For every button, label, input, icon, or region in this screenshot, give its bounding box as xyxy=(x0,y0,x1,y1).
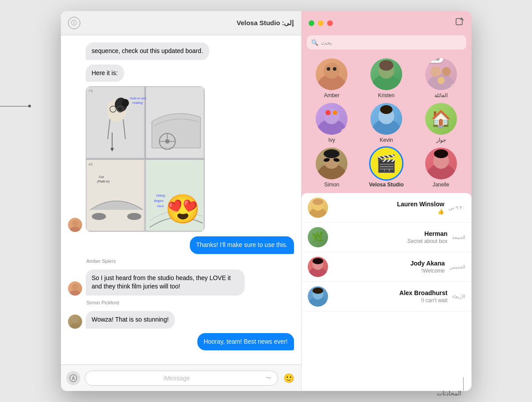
sender-name: Amber Spiers xyxy=(68,258,294,264)
svg-point-47 xyxy=(333,67,336,71)
message-row: Thanks! I'll make sure to use this. xyxy=(68,236,294,254)
avatar xyxy=(68,315,82,329)
avatar-janelle xyxy=(425,148,457,179)
svg-point-27 xyxy=(92,213,106,220)
avatar-amber xyxy=(316,58,347,90)
conversation-list: ٩:٣٠ ص Lauren Winslow 👍 الجمعة Herman Se… xyxy=(302,193,472,391)
conversation-jody[interactable]: الخميس Jody Akana Welcome! xyxy=(302,252,472,282)
search-bar[interactable]: 🔍 بحث xyxy=(307,35,466,49)
message-input[interactable]: iMessage 〜 xyxy=(85,371,278,386)
svg-point-72 xyxy=(313,199,323,205)
svg-text:Hold on actor: Hold on actor xyxy=(130,97,148,100)
svg-point-58 xyxy=(333,110,337,115)
svg-text:reading: reading xyxy=(132,101,143,105)
bottom-label: المحادثات xyxy=(437,390,461,397)
svg-point-50 xyxy=(379,60,393,71)
conversation-lauren[interactable]: ٩:٣٠ ص Lauren Winslow 👍 xyxy=(302,193,472,223)
app-store-button[interactable]: A xyxy=(66,371,80,385)
avatar-kevin xyxy=(370,103,402,135)
pinned-contact-amber[interactable]: Amber xyxy=(307,58,357,99)
svg-point-57 xyxy=(325,110,331,115)
pinned-contact-kristen[interactable]: Kristen xyxy=(361,58,411,99)
message-row: Hooray, team! Best news ever! xyxy=(68,333,294,351)
pinned-contact-family[interactable]: !Home العائلة xyxy=(416,58,466,99)
message-row: Here it is: xyxy=(68,64,294,82)
sender-name: Simon Pickford xyxy=(68,300,294,305)
svg-text:46: 46 xyxy=(88,162,93,167)
message-row: Wowza! That is so stunning! xyxy=(68,311,294,329)
svg-point-78 xyxy=(313,288,323,294)
compose-button[interactable] xyxy=(455,17,464,29)
svg-text:Begins: Begins xyxy=(154,199,164,203)
pinned-contact-kevin[interactable]: Kevin xyxy=(361,103,411,143)
svg-point-1 xyxy=(70,227,80,232)
svg-text:A: A xyxy=(72,376,75,381)
conv-avatar-herman: 🌿 xyxy=(308,227,328,247)
avatar-family: !Home xyxy=(425,58,457,90)
online-indicator xyxy=(341,129,347,134)
green-traffic-light[interactable] xyxy=(309,20,314,26)
svg-text:Here: Here xyxy=(157,205,164,208)
pinned-contacts-grid: Amber Kristen !Home العائلة xyxy=(302,55,472,193)
svg-point-52 xyxy=(430,66,441,77)
storyboard-image: +5 Hold on actor rea xyxy=(86,86,205,232)
avatar xyxy=(68,281,82,296)
info-button[interactable]: ⓘ xyxy=(68,17,80,29)
conversation-alex[interactable]: الأربعاء Alex Broadhurst I can't wait! xyxy=(302,282,472,311)
conv-avatar-alex xyxy=(308,286,328,307)
chat-panel: ⓘ إلى: Velosa Studio sequence, check out… xyxy=(61,11,302,391)
svg-point-54 xyxy=(438,77,445,84)
svg-text:+5: +5 xyxy=(88,89,93,93)
svg-point-45 xyxy=(324,63,340,79)
svg-point-11 xyxy=(122,99,129,107)
svg-point-64 xyxy=(324,149,340,158)
home-badge: !Home xyxy=(425,58,443,63)
yellow-traffic-light[interactable] xyxy=(318,20,324,26)
svg-point-75 xyxy=(313,258,323,264)
svg-point-0 xyxy=(72,220,78,226)
red-traffic-light[interactable] xyxy=(327,20,333,26)
chat-header: ⓘ إلى: Velosa Studio xyxy=(61,11,301,35)
message-row: So I just heard from the studio heads, t… xyxy=(68,269,294,296)
svg-rect-25 xyxy=(87,160,144,231)
message-bubble: Here it is: xyxy=(86,64,124,82)
avatar xyxy=(68,218,82,232)
message-bubble: Hooray, team! Best news ever! xyxy=(197,333,294,351)
emoji-button[interactable]: 🙂 xyxy=(283,372,296,385)
svg-text:Cut: Cut xyxy=(99,175,104,178)
avatar-kristen xyxy=(370,58,402,90)
avatar-neighbor: 🏠 xyxy=(425,103,457,135)
svg-text:(Fade in): (Fade in) xyxy=(97,180,109,183)
svg-point-21 xyxy=(165,139,170,144)
chat-input-bar: A iMessage 〜 🙂 xyxy=(61,364,301,391)
contacts-panel: 🔍 بحث Amber Kristen xyxy=(302,11,472,391)
message-row: sequence, check out this updated board. xyxy=(68,42,294,60)
svg-point-69 xyxy=(434,149,448,158)
svg-point-56 xyxy=(324,108,340,124)
svg-point-28 xyxy=(127,213,141,220)
traffic-lights xyxy=(309,20,333,26)
conv-avatar-lauren xyxy=(308,197,328,218)
message-row-image: +5 Hold on actor rea xyxy=(68,86,294,232)
avatar-velosa: 🎬 xyxy=(370,148,402,179)
conv-avatar-jody xyxy=(308,257,328,277)
conversation-herman[interactable]: الجمعة Herman Secret about box. 🌿 xyxy=(302,223,472,252)
waveform-icon: 〜 xyxy=(266,374,272,382)
chat-messages: sequence, check out this updated board. … xyxy=(61,35,301,364)
svg-point-61 xyxy=(380,105,392,114)
svg-point-38 xyxy=(70,323,80,329)
pinned-contact-simon[interactable]: Simon xyxy=(307,148,357,188)
search-icon: 🔍 xyxy=(311,39,318,46)
emoji-overlay: 😍 xyxy=(165,195,200,223)
online-indicator xyxy=(451,84,456,89)
app-window: ⓘ إلى: Velosa Studio sequence, check out… xyxy=(61,11,472,391)
pinned-contact-ivy[interactable]: Ivy xyxy=(307,103,357,143)
pinned-contact-neighbor[interactable]: 🏠 جوار xyxy=(416,103,466,143)
svg-text:Dialog: Dialog xyxy=(156,194,165,197)
message-bubble: So I just heard from the studio heads, t… xyxy=(86,269,245,296)
avatar-simon xyxy=(316,148,347,179)
pinned-contact-janelle[interactable]: Janelle xyxy=(416,148,466,188)
message-bubble: sequence, check out this updated board. xyxy=(86,42,209,60)
svg-point-37 xyxy=(72,317,78,323)
pinned-contact-velosa[interactable]: 🎬 Velosa Studio xyxy=(361,148,411,188)
